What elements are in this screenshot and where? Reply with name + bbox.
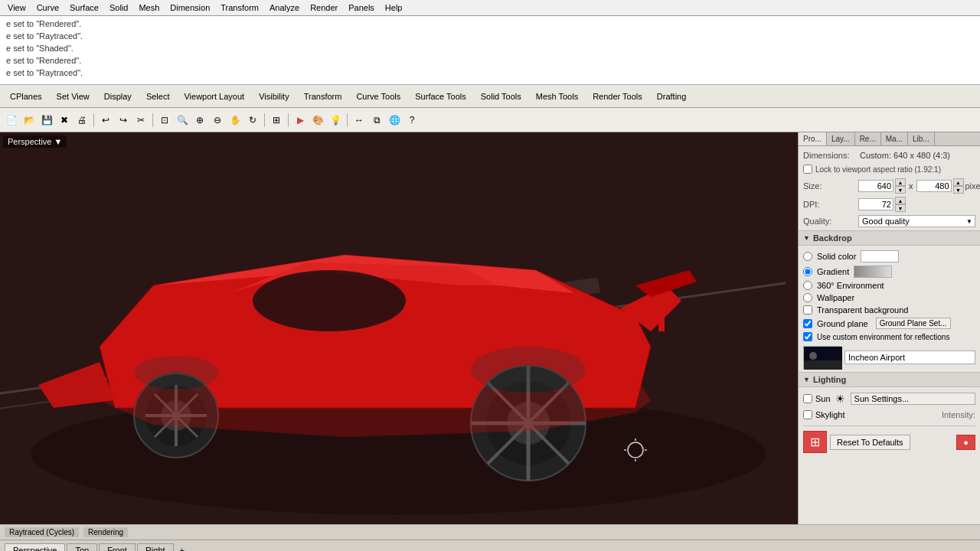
panel-tab-libraries[interactable]: Lib... [908,132,935,145]
reset-row: ⊞ Reset To Defaults ● [803,425,975,453]
render-icon[interactable]: ▶ [292,112,309,129]
menu-transform[interactable]: Transform [216,2,263,14]
material-icon[interactable]: 🎨 [309,112,326,129]
zoom-in-icon[interactable]: ⊕ [191,112,208,129]
menu-surface[interactable]: Surface [65,2,103,14]
quality-dropdown[interactable]: Draft quality Good quality High quality … [858,215,975,227]
dpi-up[interactable]: ▲ [895,197,906,204]
menu-mesh[interactable]: Mesh [134,2,164,14]
dpi-down[interactable]: ▼ [895,204,906,212]
redo-icon[interactable]: ↪ [115,112,132,129]
close-doc-icon[interactable]: ✖ [56,112,73,129]
dpi-input[interactable] [858,198,893,210]
rotate-view-icon[interactable]: ↻ [244,112,261,129]
menu-view[interactable]: View [3,2,31,14]
viewport-label[interactable]: Perspective ▼ [3,135,67,148]
tab-setview[interactable]: Set View [50,90,96,103]
tab-curve-tools[interactable]: Curve Tools [349,90,407,103]
ground-plane-settings-btn[interactable]: Ground Plane Set... [876,318,951,329]
lock-aspect-checkbox[interactable] [803,165,812,174]
solid-color-radio[interactable] [803,252,812,261]
transparent-bg-checkbox[interactable] [803,305,812,315]
open-icon[interactable]: 📂 [21,112,38,129]
width-input[interactable] [858,180,893,192]
menu-render[interactable]: Render [305,2,342,14]
transparent-bg-row: Transparent background [803,305,975,315]
ground-plane-checkbox[interactable] [803,319,812,328]
skylight-checkbox[interactable] [803,410,812,419]
tab-viewport-layout[interactable]: Viewport Layout [177,90,251,103]
menu-solid[interactable]: Solid [105,2,132,14]
tab-surface-tools[interactable]: Surface Tools [408,90,472,103]
height-input[interactable] [916,180,952,192]
wallpaper-radio[interactable] [803,293,812,302]
cut-icon[interactable]: ✂ [132,112,149,129]
env-thumbnail[interactable] [803,346,841,369]
lighting-section-header[interactable]: ▼ Lighting [799,372,980,387]
panel-tab-layers[interactable]: Lay... [827,132,855,145]
print-icon[interactable]: 🖨 [74,112,90,129]
width-down[interactable]: ▼ [895,186,906,194]
undo-icon[interactable]: ↩ [97,112,114,129]
grid-icon[interactable]: ⊞ [268,112,285,129]
tab-cplanes[interactable]: CPlanes [3,90,49,103]
new-icon[interactable]: 📄 [3,112,20,129]
copy-icon[interactable]: ⧉ [368,112,385,129]
height-spinner: ▲ ▼ [953,178,964,194]
gradient-radio[interactable] [803,267,812,276]
menu-dimension[interactable]: Dimension [165,2,214,14]
sun-settings-btn[interactable]: Sun Settings... [851,393,975,405]
sun-checkbox[interactable] [803,394,812,403]
render-sphere-btn[interactable]: ● [956,435,975,450]
panel-tab-materials[interactable]: Ma... [881,132,908,145]
reset-defaults-btn[interactable]: Reset To Defaults [830,435,910,450]
tab-mesh-tools[interactable]: Mesh Tools [529,90,585,103]
dimensions-value: Custom: 640 x 480 (4:3) [860,151,975,160]
viewport-name: Perspective [8,137,51,146]
menu-curve[interactable]: Curve [32,2,64,14]
zoom-window-icon[interactable]: 🔍 [174,112,191,129]
height-down[interactable]: ▼ [953,186,964,194]
zoom-out-icon[interactable]: ⊖ [209,112,226,129]
quality-label: Quality: [803,217,857,226]
save-icon[interactable]: 💾 [38,112,55,129]
zoom-extents-icon[interactable]: ⊡ [156,112,173,129]
viewport-dropdown-arrow[interactable]: ▼ [54,137,63,146]
sun-row: Sun ☀ Sun Settings... [803,392,975,406]
tab-transform[interactable]: Transform [297,90,349,103]
globe-icon[interactable]: 🌐 [386,112,403,129]
tab-solid-tools[interactable]: Solid Tools [474,90,528,103]
menu-panels[interactable]: Panels [344,2,379,14]
tab-display[interactable]: Display [97,90,139,103]
view-tab-top[interactable]: Top [67,543,97,551]
custom-env-checkbox[interactable] [803,332,812,341]
backdrop-section-header[interactable]: ▼ Backdrop [799,230,980,246]
solid-color-swatch[interactable] [861,250,899,262]
env-name: Incheon Airport [844,350,975,364]
width-up[interactable]: ▲ [895,178,906,186]
tab-select[interactable]: Select [139,90,177,103]
lock-row: Lock to viewport aspect ratio (1.92:1) [803,165,975,174]
menu-analyze[interactable]: Analyze [265,2,304,14]
sun-icon[interactable]: ☀ [834,392,848,406]
pan-icon[interactable]: ✋ [227,112,243,129]
tab-visibility[interactable]: Visibility [252,90,296,103]
panel-tab-properties[interactable]: Pro... [799,132,827,145]
help-icon[interactable]: ? [403,112,420,129]
quality-row: Quality: Draft quality Good quality High… [803,215,975,227]
view-tab-front[interactable]: Front [99,543,136,551]
tab-drafting[interactable]: Drafting [650,90,694,103]
light-icon[interactable]: 💡 [327,112,344,129]
view-tab-perspective[interactable]: Perspective [5,543,65,551]
height-up[interactable]: ▲ [953,178,964,186]
env360-radio[interactable] [803,281,812,290]
menu-help[interactable]: Help [381,2,407,14]
viewport[interactable]: Perspective ▼ [0,132,798,524]
view-tab-right[interactable]: Right [137,543,174,551]
tab-render-tools[interactable]: Render Tools [586,90,649,103]
panel-tab-render[interactable]: Re... [855,132,881,145]
add-view-tab-btn[interactable]: + [175,544,189,551]
panel-content: Dimensions: Custom: 640 x 480 (4:3) Lock… [799,146,980,524]
gradient-swatch[interactable] [854,266,892,278]
move-icon[interactable]: ↔ [351,112,368,129]
